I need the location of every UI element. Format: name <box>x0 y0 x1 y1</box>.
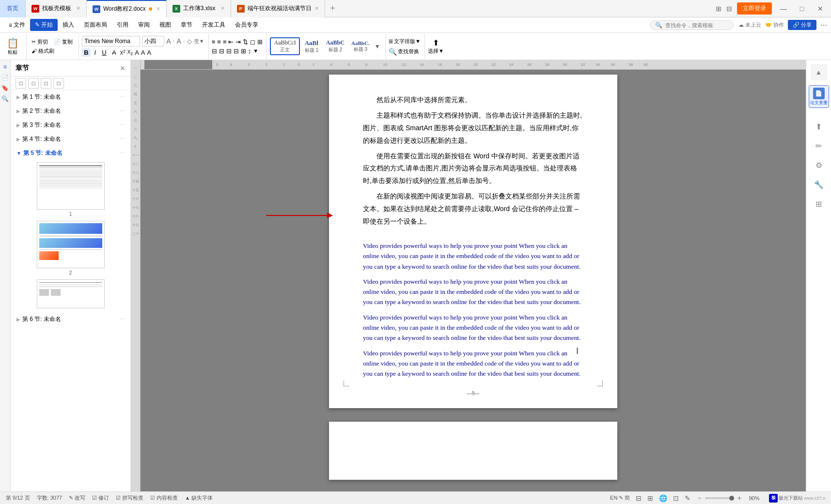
menu-file[interactable]: ≡≡ 文件 文件 <box>4 19 30 31</box>
indent-decrease-button[interactable]: ⇤ <box>228 38 234 46</box>
menu-review[interactable]: 审阅 <box>133 19 155 31</box>
word-close-icon[interactable]: ✕ <box>156 6 160 12</box>
select-button[interactable]: ⬆ 选择▼ <box>428 38 444 55</box>
chapter-item-1[interactable]: ▶ 第 1 节: 未命名 ⋯ <box>11 90 130 104</box>
thumbnail-1-container[interactable]: 1 <box>11 160 130 219</box>
add-tab-button[interactable]: + <box>325 0 341 17</box>
right-panel-icon-4[interactable]: 🔧 <box>811 177 827 193</box>
align-right-button[interactable]: ⊟ <box>226 47 232 55</box>
italic-button[interactable]: I <box>93 48 98 57</box>
shading-button[interactable]: ◻ <box>250 38 255 46</box>
view-outline-btn[interactable]: ⊡ <box>673 494 679 502</box>
tile-icon[interactable]: ⊟ <box>726 5 732 13</box>
chapter-options-1[interactable]: ⋯ <box>119 94 125 100</box>
view-draft-btn[interactable]: ✎ <box>685 494 690 502</box>
superscript-button[interactable]: X2 <box>120 49 125 56</box>
chapter-options-3[interactable]: ⋯ <box>119 122 125 128</box>
menu-view[interactable]: 视图 <box>155 19 176 31</box>
copy-button[interactable]: 📄 复制 <box>52 38 75 46</box>
tab-ppt[interactable]: P 端午狂欢祝福活动满节日 ✕ <box>231 0 325 17</box>
right-panel-collapse-icon[interactable]: ▲ <box>811 64 827 80</box>
view-btn-1[interactable]: □ <box>16 78 26 89</box>
win-minimize[interactable]: — <box>777 2 790 15</box>
border-button[interactable]: ⊞ <box>257 38 263 46</box>
zoom-slider-track[interactable] <box>705 497 734 499</box>
view-layout-btn[interactable]: ⊞ <box>647 494 653 502</box>
view-normal-btn[interactable]: ⊟ <box>636 494 642 502</box>
style-h3[interactable]: AaBbC. 标题 3 <box>348 39 373 54</box>
menu-member[interactable]: 会员专享 <box>230 19 263 31</box>
view-btn-4[interactable]: □ <box>53 78 64 89</box>
grid-icon[interactable]: ⊞ <box>716 5 721 13</box>
menu-home[interactable]: ✎ 开始 <box>30 19 58 31</box>
win-close[interactable]: ✕ <box>814 2 827 15</box>
chapter-options-5[interactable]: ⋯ <box>119 150 125 156</box>
menu-insert[interactable]: 插入 <box>58 19 79 31</box>
right-panel-icon-2[interactable]: ✏ <box>811 138 827 154</box>
style-h2[interactable]: AaBbC 标题 2 <box>323 38 347 54</box>
font-name-input[interactable] <box>82 36 140 46</box>
thumbnail-2-container[interactable]: 2 <box>11 219 130 277</box>
sidebar-icon-bookmark[interactable]: 🔖 <box>0 83 10 93</box>
chapter-item-6[interactable]: ▶ 第 6 节: 未命名 ⋯ <box>11 312 130 326</box>
sort-button[interactable]: ⇅ <box>243 38 248 46</box>
find-replace-button[interactable]: 🔍 查找替换 <box>389 48 421 56</box>
content-check[interactable]: ☑ 内容检查 <box>150 494 178 502</box>
view-web-btn[interactable]: 🌐 <box>659 494 667 502</box>
numbered-list-button[interactable]: ≡ <box>217 38 221 46</box>
document-page-2[interactable] <box>329 422 617 480</box>
ppt-close-icon[interactable]: ✕ <box>314 5 319 12</box>
highlight-button[interactable]: A <box>141 49 145 56</box>
zoom-increase-btn[interactable]: ＋ <box>736 494 743 503</box>
align-left-button[interactable]: ⊟ <box>212 47 217 55</box>
outline-button[interactable]: ≡ <box>223 38 227 46</box>
format-painter-button[interactable]: 🖌 格式刷 <box>30 47 75 55</box>
indent-increase-button[interactable]: ⇥ <box>235 38 241 46</box>
cloud-save[interactable]: ☁ 未上云 <box>738 21 761 29</box>
menu-search-input[interactable] <box>665 22 728 28</box>
right-panel-icon-1[interactable]: ⬆ <box>811 119 827 135</box>
line-spacing-button[interactable]: ↕ <box>248 47 251 55</box>
menu-search-box[interactable]: 🔍 <box>650 20 734 30</box>
style-h1[interactable]: AaBl 标题 1 <box>301 38 322 55</box>
tab-home[interactable]: 首页 <box>0 0 26 17</box>
paragraph-dropdown[interactable]: ▼ <box>253 48 258 54</box>
document-page-1[interactable]: 然后从不同库中选择所需元素。 主题和样式也有助于文档保持协调。当你单击设计并选择… <box>329 75 617 408</box>
text-layout-button[interactable]: ≡ 文字排版▼ <box>389 37 421 46</box>
collaborate[interactable]: 🤝 协作 <box>765 21 784 29</box>
underline-button[interactable]: U <box>100 48 108 57</box>
wps-close-icon[interactable]: ✕ <box>76 5 80 12</box>
chapter-item-5[interactable]: ▼ 第 5 节: 未命名 ⋯ <box>11 146 130 160</box>
chapter-options-4[interactable]: ⋯ <box>119 136 125 142</box>
chapter-item-2[interactable]: ▶ 第 2 节: 未命名 ⋯ <box>11 104 130 118</box>
change-case-btn[interactable]: 变▼ <box>194 38 204 45</box>
sidebar-icon-menu[interactable]: ≡ <box>0 62 10 72</box>
revise-mode[interactable]: ✎ 改写 <box>69 494 85 502</box>
sidebar-icon-pages[interactable]: 📄 <box>0 73 10 82</box>
modify-mode[interactable]: ☑ 修订 <box>92 494 109 502</box>
paste-button[interactable]: 📋 粘贴 <box>4 36 21 57</box>
tab-wps[interactable]: W 找板壳模板 ✕ <box>26 0 87 17</box>
chapter-item-3[interactable]: ▶ 第 3 节: 未命名 ⋯ <box>11 118 130 132</box>
align-justify-button[interactable]: ⊟ <box>234 47 239 55</box>
share-btn[interactable]: 🔗 分享 <box>788 20 816 30</box>
menu-dev[interactable]: 开发工具 <box>197 19 230 31</box>
font-color-button[interactable]: A <box>135 49 139 56</box>
menu-layout[interactable]: 页面布局 <box>79 19 112 31</box>
cut-button[interactable]: ✂ 剪切 <box>30 38 50 46</box>
spell-check[interactable]: ☑ 拼写检查 <box>116 494 143 502</box>
tab-word[interactable]: W Word教程2.docx ✕ <box>87 0 167 17</box>
styles-dropdown[interactable]: ▼ <box>374 42 381 51</box>
missing-font[interactable]: ▲ 缺失字体 <box>185 494 213 502</box>
font-shrink-icon[interactable]: A <box>176 37 181 45</box>
chapter-item-4[interactable]: ▶ 第 4 节: 未命名 ⋯ <box>11 132 130 146</box>
menu-reference[interactable]: 引用 <box>112 19 133 31</box>
align-center-button[interactable]: ⊟ <box>219 47 224 55</box>
font-size-input[interactable] <box>142 36 164 46</box>
more-btn[interactable]: ⋯ <box>820 21 827 29</box>
zoom-decrease-btn[interactable]: － <box>696 494 703 503</box>
bullet-list-button[interactable]: ≡ <box>212 38 216 46</box>
menu-section[interactable]: 章节 <box>176 19 197 31</box>
excel-close-icon[interactable]: ✕ <box>220 5 225 12</box>
register-button[interactable]: 立即登录 <box>737 2 772 15</box>
